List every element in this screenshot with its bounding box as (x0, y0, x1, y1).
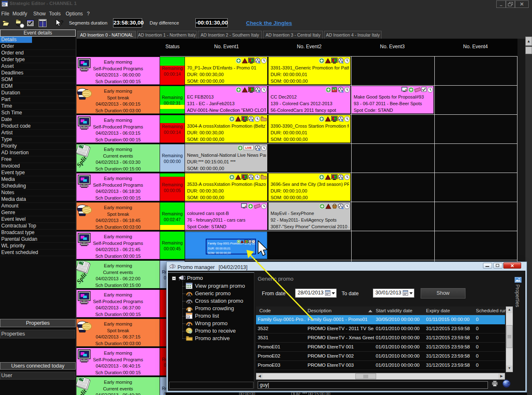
svg-text:2: 2 (188, 322, 190, 327)
svg-text:?: ? (60, 19, 64, 26)
svg-text:10: 10 (187, 316, 190, 318)
